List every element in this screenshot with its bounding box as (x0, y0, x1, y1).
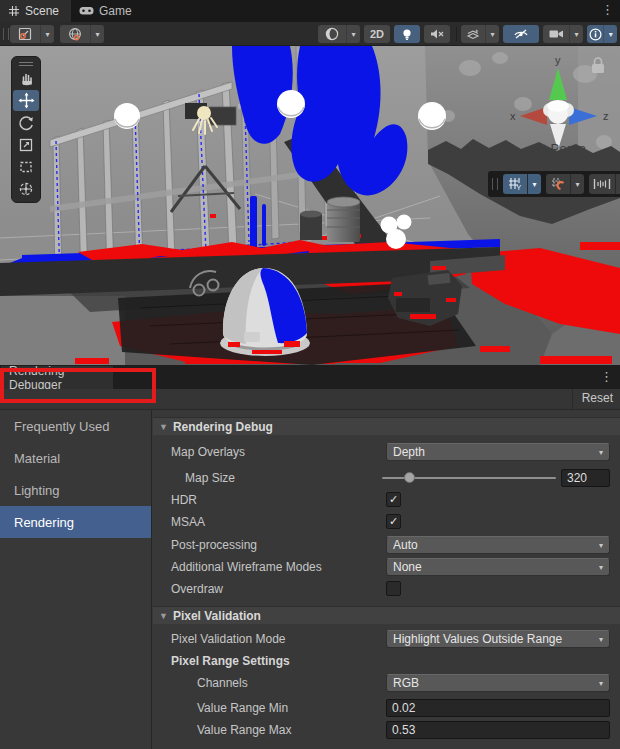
light-bulb-icon (401, 28, 413, 41)
row-value-range-min: Value Range Min 0.02 (153, 698, 620, 718)
rotate-icon (18, 115, 34, 131)
audio-toggle-button[interactable] (424, 25, 450, 43)
rect-tool-button[interactable] (13, 156, 39, 177)
svg-text:Y: Y (516, 183, 521, 191)
debugger-title: Rendering Debugger (9, 364, 113, 392)
debugger-tab[interactable]: Rendering Debugger (1, 366, 113, 389)
gamepad-icon (79, 6, 94, 16)
overlay-grip[interactable] (19, 62, 33, 63)
persp-arrow-icon: ≺ (535, 141, 546, 156)
section-pixel-validation[interactable]: ▼ Pixel Validation (153, 606, 620, 624)
sidebar-item-material[interactable]: Material (0, 442, 151, 474)
snap-increment-dropdown[interactable]: ▾ (589, 174, 620, 194)
pixel-validation-mode-dropdown[interactable]: Highlight Values Outside Range ▾ (386, 630, 610, 648)
chevron-down-icon: ▾ (599, 635, 603, 644)
tab-scene[interactable]: Scene (0, 0, 71, 22)
scale-tool-button[interactable] (13, 134, 39, 155)
map-overlays-dropdown[interactable]: Depth ▾ (386, 443, 610, 461)
toolbar-drag-handle[interactable] (3, 28, 9, 40)
bucket (300, 211, 322, 241)
camera-settings-dropdown[interactable]: ▾ (543, 25, 583, 43)
rendering-settings-panel: ▼ Rendering Debug Map Overlays Depth ▾ M… (153, 410, 620, 749)
msaa-checkbox[interactable]: ✓ (386, 514, 401, 529)
channels-label: Channels (197, 673, 248, 693)
scene-view-toolbar: ▾ ▾ ▾ 2D (0, 22, 620, 46)
post-processing-label: Post-processing (171, 535, 257, 555)
map-size-field[interactable]: 320 (561, 469, 610, 487)
overlay-drag-handle[interactable] (492, 178, 498, 190)
channels-dropdown[interactable]: RGB ▾ (386, 674, 610, 692)
tab-scene-label: Scene (25, 4, 59, 18)
value-range-max-value: 0.53 (392, 723, 415, 737)
section-rendering-debug[interactable]: ▼ Rendering Debug (153, 417, 620, 435)
hdr-checkbox[interactable]: ✓ (386, 492, 401, 507)
chevron-down-icon: ▾ (599, 563, 603, 572)
foldout-icon: ▼ (159, 611, 168, 621)
move-tool-button[interactable] (13, 90, 39, 111)
projection-toggle[interactable]: ≺ Persp (535, 141, 586, 156)
chevron-down-icon: ▾ (485, 25, 499, 43)
debugger-menu-icon[interactable]: ⋮ (600, 369, 613, 384)
value-range-min-field[interactable]: 0.02 (386, 699, 610, 717)
map-size-label: Map Size (185, 468, 235, 488)
barrel (327, 197, 360, 242)
sidebar-item-frequently-used[interactable]: Frequently Used (0, 410, 151, 442)
row-map-overlays: Map Overlays Depth ▾ (153, 442, 620, 462)
2d-toggle-button[interactable]: 2D (364, 25, 390, 43)
persp-label: Persp (551, 141, 586, 156)
chevron-down-icon: ▾ (603, 25, 617, 43)
grid-snap-dropdown[interactable]: ▾ (546, 174, 584, 194)
row-value-range-max: Value Range Max 0.53 (153, 720, 620, 740)
row-channels: Channels RGB ▾ (153, 673, 620, 693)
debugger-header-bar: Rendering Debugger ⋮ (0, 365, 620, 389)
tab-game-label: Game (99, 4, 132, 18)
gizmos-info-icon (589, 28, 602, 41)
unity-editor: { "icons": { "dropdown_arrow": "▾", "keb… (0, 0, 620, 749)
tab-bar-menu-icon[interactable]: ⋮ (601, 2, 614, 17)
map-size-value: 320 (567, 471, 587, 485)
pixel-validation-mode-value: Highlight Values Outside Range (393, 632, 599, 646)
tool-handle-icon (18, 27, 32, 41)
gizmos-dropdown[interactable]: ▾ (587, 25, 617, 43)
transform-icon (18, 181, 34, 197)
scene-viewport[interactable]: y x z ≺ Persp Y ▾ ▾ (0, 46, 620, 365)
chevron-down-icon: ▾ (40, 25, 54, 43)
overlay-grip[interactable] (19, 65, 33, 66)
transform-tool-button[interactable] (13, 178, 39, 199)
sidebar-item-lighting[interactable]: Lighting (0, 474, 151, 506)
map-size-slider-handle[interactable] (404, 472, 415, 483)
rotate-tool-button[interactable] (13, 112, 39, 133)
foldout-icon: ▼ (159, 422, 168, 432)
wireframe-modes-dropdown[interactable]: None ▾ (386, 558, 610, 576)
move-icon (18, 92, 35, 109)
grid-visibility-dropdown[interactable]: Y ▾ (503, 174, 541, 194)
pixel-validation-mode-label: Pixel Validation Mode (171, 629, 286, 649)
editor-tab-bar: Scene Game ⋮ (0, 0, 620, 22)
map-overlays-value: Depth (393, 445, 599, 459)
map-overlays-label: Map Overlays (171, 442, 245, 462)
post-processing-dropdown[interactable]: Auto ▾ (386, 536, 610, 554)
tool-settings-dropdown[interactable]: ▾ (10, 25, 54, 43)
grid-axis-icon: Y (508, 177, 522, 191)
chevron-down-icon: ▾ (599, 541, 603, 550)
hdr-label: HDR (171, 490, 197, 510)
pivot-orientation-dropdown[interactable]: ▾ (60, 25, 104, 43)
axis-y-cone (549, 68, 567, 100)
overdraw-checkbox[interactable] (386, 581, 401, 596)
lighting-toggle-button[interactable] (394, 25, 420, 43)
sidebar-item-rendering[interactable]: Rendering (0, 506, 151, 538)
lock-icon[interactable] (592, 58, 604, 73)
wireframe-modes-label: Additional Wireframe Modes (171, 557, 322, 577)
view-tool-button[interactable] (13, 68, 39, 89)
tab-game[interactable]: Game (71, 0, 144, 22)
value-range-max-field[interactable]: 0.53 (386, 721, 610, 739)
scene-visibility-button[interactable] (503, 25, 539, 43)
draw-mode-dropdown[interactable]: ▾ (318, 25, 360, 43)
audio-muted-icon (430, 28, 444, 40)
rect-tool-icon (18, 159, 34, 175)
reset-button[interactable]: Reset (582, 391, 613, 405)
chevron-down-icon: ▾ (570, 174, 584, 194)
value-range-min-value: 0.02 (392, 701, 415, 715)
effects-dropdown[interactable]: ▾ (461, 25, 499, 43)
2d-label: 2D (370, 28, 384, 40)
